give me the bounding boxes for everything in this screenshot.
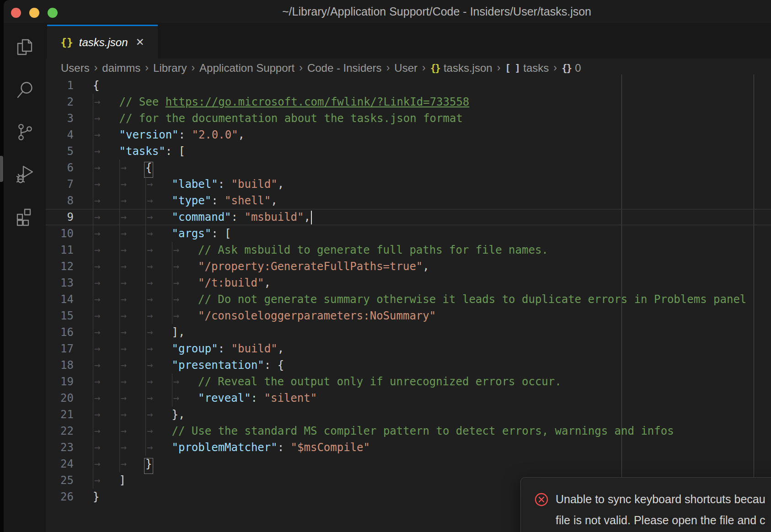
- breadcrumb-separator: ›: [94, 62, 98, 74]
- line-number: 26: [46, 489, 83, 505]
- tab-whitespace-arrow: →: [147, 357, 153, 373]
- tab-close-icon[interactable]: ✕: [136, 36, 145, 48]
- code-line[interactable]: 24→→}: [46, 456, 771, 472]
- indent-guide: [93, 110, 93, 127]
- indent-guide: [145, 275, 146, 291]
- breadcrumb-label: Application Support: [199, 62, 294, 74]
- breadcrumb-item-users[interactable]: Users: [61, 62, 90, 74]
- breadcrumb-item-0[interactable]: {}0: [562, 62, 581, 74]
- code-token: "/t:build": [198, 277, 264, 289]
- code-text: ]: [119, 472, 126, 489]
- indent-guide: [172, 308, 172, 324]
- zoom-window-button[interactable]: [48, 8, 58, 18]
- explorer-icon[interactable]: [14, 37, 35, 58]
- code-token: "group": [172, 342, 218, 355]
- tab-tasks-json[interactable]: {} tasks.json ✕: [47, 25, 158, 59]
- indent-guide: [145, 258, 146, 275]
- code-line[interactable]: 3→// for the documentation about the tas…: [46, 110, 771, 127]
- code-line[interactable]: 5→"tasks": [: [46, 143, 771, 160]
- code-line[interactable]: 13→→→→"/t:build",: [46, 275, 771, 291]
- code-line-content: →→→"group": "build",: [83, 340, 771, 357]
- run-and-debug-icon[interactable]: [14, 164, 35, 185]
- code-line[interactable]: 7→→→"label": "build",: [46, 176, 771, 192]
- breadcrumb-separator: ›: [553, 62, 557, 74]
- code-token: :: [211, 194, 225, 207]
- code-line[interactable]: 1{: [46, 77, 771, 94]
- code-line[interactable]: 9→→→"command": "msbuild",: [46, 209, 771, 225]
- breadcrumb-item-user[interactable]: User: [394, 62, 418, 74]
- tab-whitespace-arrow: →: [94, 439, 100, 456]
- tab-whitespace-arrow: →: [121, 176, 127, 192]
- code-token: ],: [172, 326, 185, 339]
- code-text: "type": "shell",: [172, 192, 278, 209]
- code-line[interactable]: 6→→{: [46, 160, 771, 176]
- code-line[interactable]: 23→→→"problemMatcher": "$msCompile": [46, 439, 771, 456]
- line-number: 12: [46, 258, 83, 275]
- breadcrumb-label: 0: [575, 62, 581, 74]
- code-line-content: →→→→// Ask msbuild to generate full path…: [83, 242, 771, 258]
- code-line[interactable]: 2→// See https://go.microsoft.com/fwlink…: [46, 94, 771, 110]
- close-window-button[interactable]: [11, 8, 21, 18]
- minimize-window-button[interactable]: [29, 8, 39, 18]
- code-line-content: →→→→"/t:build",: [83, 275, 771, 291]
- comment-link[interactable]: https://go.microsoft.com/fwlink/?LinkId=…: [166, 96, 470, 108]
- line-number: 7: [46, 176, 83, 192]
- tab-whitespace-arrow: →: [173, 308, 179, 324]
- breadcrumb-label: tasks.json: [444, 62, 493, 74]
- code-line[interactable]: 22→→→// Use the standard MS compiler pat…: [46, 423, 771, 439]
- code-line[interactable]: 18→→→"presentation": {: [46, 357, 771, 373]
- code-line[interactable]: 20→→→→"reveal": "silent": [46, 390, 771, 406]
- breadcrumb-item-tasks[interactable]: [ ]tasks: [505, 62, 549, 74]
- breadcrumb-item-library[interactable]: Library: [153, 62, 187, 74]
- tab-whitespace-arrow: →: [94, 423, 100, 439]
- indent-guide: [93, 160, 93, 176]
- code-line[interactable]: 10→→→"args": [: [46, 225, 771, 242]
- line-number: 22: [46, 423, 83, 439]
- breadcrumb-separator: ›: [191, 62, 195, 74]
- code-editor[interactable]: 1{2→// See https://go.microsoft.com/fwli…: [46, 77, 771, 532]
- line-number: 4: [46, 127, 83, 143]
- code-line[interactable]: 12→→→→"/property:GenerateFullPaths=true"…: [46, 258, 771, 275]
- indent-guide: [119, 258, 120, 275]
- breadcrumb-item-daimms[interactable]: daimms: [102, 62, 140, 74]
- tab-whitespace-arrow: →: [94, 308, 100, 324]
- code-line-content: {: [83, 77, 771, 94]
- code-token: },: [172, 408, 185, 421]
- code-line-content: →→→"label": "build",: [83, 176, 771, 192]
- notification-toast[interactable]: Unable to sync keyboard shortcuts becau …: [520, 477, 771, 532]
- indent-guide: [93, 439, 93, 456]
- code-text: "label": "build",: [172, 176, 284, 192]
- code-line-content: →→→→"/consoleloggerparameters:NoSummary": [83, 308, 771, 324]
- breadcrumb-item-application-support[interactable]: Application Support: [199, 62, 294, 74]
- tab-whitespace-arrow: →: [121, 258, 127, 275]
- tab-whitespace-arrow: →: [121, 209, 127, 225]
- tab-whitespace-arrow: →: [147, 373, 153, 390]
- code-line-content: →→→"type": "shell",: [83, 192, 771, 209]
- code-line[interactable]: 21→→→},: [46, 406, 771, 423]
- source-control-icon[interactable]: [14, 122, 35, 143]
- breadcrumb-item-code-insiders[interactable]: Code - Insiders: [307, 62, 382, 74]
- code-text: "/t:build",: [198, 275, 271, 291]
- tab-whitespace-arrow: →: [147, 324, 153, 340]
- code-token: "reveal": [198, 392, 251, 404]
- line-number: 17: [46, 340, 83, 357]
- code-line[interactable]: 11→→→→// Ask msbuild to generate full pa…: [46, 242, 771, 258]
- line-number: 1: [46, 77, 83, 94]
- code-line[interactable]: 17→→→"group": "build",: [46, 340, 771, 357]
- search-icon[interactable]: [14, 79, 35, 100]
- tab-whitespace-arrow: →: [94, 456, 100, 472]
- code-line[interactable]: 14→→→→// Do not generate summary otherwi…: [46, 291, 771, 308]
- tab-whitespace-arrow: →: [94, 94, 100, 110]
- code-line-content: →→{: [83, 160, 771, 176]
- code-line[interactable]: 4→"version": "2.0.0",: [46, 127, 771, 143]
- code-text: // Use the standard MS compiler pattern …: [172, 423, 674, 439]
- code-line[interactable]: 15→→→→"/consoleloggerparameters:NoSummar…: [46, 308, 771, 324]
- breadcrumb-item-tasks-json[interactable]: {}tasks.json: [430, 62, 493, 74]
- traffic-lights: [11, 8, 58, 18]
- code-line[interactable]: 19→→→→// Reveal the output only if unrec…: [46, 373, 771, 390]
- code-line[interactable]: 8→→→"type": "shell",: [46, 192, 771, 209]
- code-line[interactable]: 16→→→],: [46, 324, 771, 340]
- breadcrumb-label: Users: [61, 62, 90, 74]
- extensions-icon[interactable]: [14, 207, 35, 228]
- code-line-content: →→→→// Reveal the output only if unrecog…: [83, 373, 771, 390]
